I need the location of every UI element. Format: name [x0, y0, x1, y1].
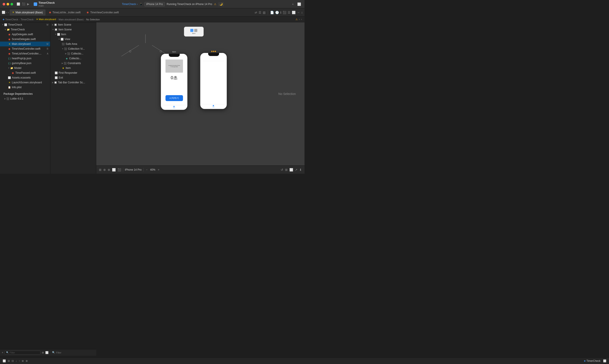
bc-mainstoryboard[interactable]: ✕ Main.storyboard: [36, 18, 56, 21]
divider-line: [203, 61, 224, 61]
sidebar-item-launchscreen[interactable]: ✕ LaunchScreen.storyboard: [0, 80, 50, 85]
sidebar-label-lottie: Lottie 4.0.1: [10, 97, 48, 100]
timer-display: 0초: [171, 75, 177, 81]
nav-node-box: Item: [184, 27, 204, 37]
lottie-text-2: !! Designable: [170, 66, 178, 67]
sidebar-item-appdelegate[interactable]: ◉ AppDelegate.swift: [0, 32, 50, 37]
attributes-icon[interactable]: ☰: [288, 11, 290, 14]
tab-timeviewcontroller[interactable]: ◉ TimeViewController.swift: [84, 9, 121, 15]
issue-icon[interactable]: ⊕: [103, 168, 106, 171]
info-icon[interactable]: ℹ: [280, 11, 281, 14]
split-editor-icon[interactable]: ▥: [263, 11, 266, 14]
panel-toggle-icon[interactable]: ⬜: [297, 2, 302, 6]
scene-item-view[interactable]: ▼ ⬜ View: [50, 37, 96, 41]
download-icon[interactable]: ⬇: [299, 168, 302, 171]
bc-timercheck2[interactable]: TimerCheck: [21, 18, 34, 21]
scene-item-constraints[interactable]: ▶ ⬛ Constraints: [50, 61, 96, 66]
tab-item: Item: [173, 106, 175, 108]
bc-mainstoryboard-base[interactable]: Main.storyboard (Base): [59, 18, 84, 21]
sidebar-item-assets[interactable]: ⬜ Assets.xcassets: [0, 75, 50, 80]
package-section: Package Dependencies ▶ ⬛ Lottie 4.0.1: [0, 91, 50, 101]
library-icon[interactable]: ↕: [301, 11, 303, 14]
sidebar-item-timepassed[interactable]: ◉ TimePassed.swift: [0, 70, 50, 75]
back-icon[interactable]: ‹: [6, 11, 7, 14]
firstresponder-icon: ⬜: [55, 71, 58, 74]
sidebar-label-heartpopup: heartPopUp.json: [12, 57, 48, 60]
size-icon[interactable]: ⬜: [292, 11, 296, 14]
orientation-icon[interactable]: ⬛: [117, 168, 121, 171]
zoom-in-icon[interactable]: ＋: [157, 168, 160, 172]
sidebar-item-scenedelegate[interactable]: ◉ SceneDelegate.swift: [0, 37, 50, 41]
minimize-button[interactable]: [7, 3, 9, 5]
sidebar-item-gummybear[interactable]: { } gummyBear.json: [0, 61, 50, 66]
sidebar-badge-r: R: [47, 48, 48, 50]
bc-nav-next[interactable]: ›: [301, 18, 302, 21]
add-icon[interactable]: +: [291, 2, 295, 6]
scene-item-item-vc[interactable]: ▼ ⬜ Item: [50, 32, 96, 37]
top-nav-node: Item: [184, 27, 204, 37]
plus-icon-canvas[interactable]: ⊕: [108, 168, 110, 171]
navigator-toggle-icon[interactable]: ⬜: [2, 11, 5, 14]
scene-label-cv: Collection Vi...: [68, 47, 94, 50]
sidebar-item-timercheck-root[interactable]: ▼ ⬜ TimerCheck M: [0, 22, 50, 27]
scene-item-item-star[interactable]: ★ Item: [50, 66, 96, 70]
connections-icon[interactable]: →: [297, 11, 300, 14]
tab-label-right: Item: [212, 106, 215, 108]
stop-icon[interactable]: ⬛: [22, 2, 25, 6]
device-frame-icon[interactable]: ⬜: [112, 168, 116, 171]
sidebar-item-model[interactable]: ▼ 📁 Model: [0, 66, 50, 70]
nav-node-icon-gray: [194, 29, 197, 32]
run-icon[interactable]: ▶: [27, 2, 29, 6]
add-file-icon[interactable]: 📄: [270, 11, 274, 14]
scene-item-firstresponder[interactable]: ⬜ First Responder: [50, 70, 96, 75]
refresh-icon[interactable]: ↺: [281, 168, 283, 171]
sidebar-item-infoplist[interactable]: 📋 Info.plist: [0, 85, 50, 90]
anchor-icon[interactable]: ⊞: [99, 168, 102, 171]
cursor-icon[interactable]: ↗: [295, 168, 298, 171]
nav-node-label: Item: [192, 32, 195, 34]
scene-item-exit[interactable]: ⬜ Exit: [50, 75, 96, 80]
scene-item-scene2[interactable]: ▼ 🔲 Item Scene: [50, 27, 96, 32]
scene-item-tabbar[interactable]: ▶ 🔲 Tab Bar Controller Sc...: [50, 80, 96, 85]
zoom-fit-icon[interactable]: ⬜: [289, 168, 293, 171]
minimap-icon[interactable]: ☰: [259, 11, 261, 14]
scene-item-collectionview[interactable]: ▼ ⬛ Collection Vi...: [50, 46, 96, 51]
close-button[interactable]: [3, 3, 5, 5]
zoom-out-icon[interactable]: －: [145, 168, 148, 172]
sidebar-toggle-icon[interactable]: ⬜: [17, 2, 20, 6]
sidebar-item-lottie[interactable]: ▶ ⬛ Lottie 4.0.1: [0, 96, 50, 101]
tab-timelistviewcontroller[interactable]: ◉ TimeListVie...troller.swift: [46, 9, 83, 15]
bc-nav-prev[interactable]: ‹: [299, 18, 300, 21]
sidebar-item-timelistvc[interactable]: ◉ TimeListViewController.... A: [0, 51, 50, 56]
start-button[interactable]: 시작하기: [165, 95, 183, 101]
zoom-level[interactable]: 40%: [150, 168, 155, 171]
tab-main-storyboard[interactable]: ✕ Main.storyboard (Base): [10, 9, 46, 15]
scene-label-tabbar: Tab Bar Controller Sc...: [58, 81, 94, 84]
sidebar-item-timeviewcontroller[interactable]: ◉ TimeViewController.swift R: [0, 46, 50, 51]
iphone-left-tabbar: Item: [161, 105, 187, 109]
device-name[interactable]: iPhone 14 Pro: [125, 168, 142, 171]
grid-icon[interactable]: ⊞: [285, 168, 288, 171]
sidebar-item-heartpopup[interactable]: { } heartPopUp.json: [0, 56, 50, 61]
iphone-right-header: [200, 51, 227, 52]
canvas-content[interactable]: Item Item LottieAnimationView !! Designa…: [96, 22, 305, 165]
inspector-icon[interactable]: ⬛: [283, 11, 286, 14]
history-icon[interactable]: 🕐: [275, 11, 279, 14]
related-files-icon[interactable]: ⇄: [255, 11, 257, 14]
scene-item-safearea[interactable]: ⬛ Safe Area: [50, 41, 96, 46]
bc-timercheck1[interactable]: TimerCheck: [5, 18, 18, 21]
sidebar-item-timercheck-group[interactable]: ▼ 📁 TimerCheck: [0, 27, 50, 32]
device-label[interactable]: iPhone 14 Pro: [144, 2, 165, 6]
scene-item-collectioncell[interactable]: ▶ ⬛ Collectio...: [50, 51, 96, 56]
package-icon-lottie: ⬛: [6, 97, 9, 100]
tab-label-1: Main.storyboard (Base): [15, 11, 43, 14]
iphone-left-label: Item: [161, 51, 188, 53]
sidebar-item-mainstoryboard[interactable]: ✕ Main.storyboard M: [0, 41, 50, 46]
scene-item-collectionitem[interactable]: ◈ Collectio...: [50, 56, 96, 61]
appearance-icon[interactable]: 🌙: [218, 2, 224, 6]
bc-icon: ◈: [3, 18, 4, 21]
expand-arrow-cell: ▶: [65, 52, 67, 55]
fullscreen-button[interactable]: [11, 3, 13, 5]
scene-item-scene1[interactable]: ▶ 🔲 Item Scene: [50, 22, 96, 27]
forward-icon[interactable]: ›: [8, 11, 9, 14]
